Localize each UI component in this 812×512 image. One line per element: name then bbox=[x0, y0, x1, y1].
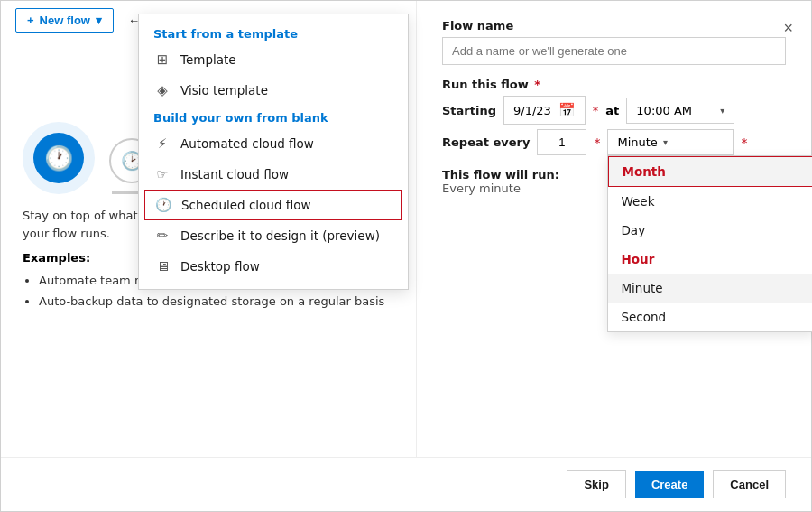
repeat-number-input[interactable] bbox=[537, 129, 586, 155]
time-value: 10:00 AM bbox=[636, 104, 715, 117]
template-icon: ⊞ bbox=[153, 51, 171, 69]
interval-option-day[interactable]: Day bbox=[608, 216, 812, 245]
main-clock-bg: 🕐 bbox=[23, 122, 95, 194]
dropdown-item-describe-label: Describe it to design it (preview) bbox=[180, 228, 380, 243]
interval-select[interactable]: Minute ▾ bbox=[607, 129, 734, 155]
modal: + New flow ▾ ← Import ▾ Start from a tem… bbox=[0, 0, 812, 512]
repeat-unit-required-star: * bbox=[741, 135, 747, 150]
date-value: 9/1/23 bbox=[513, 104, 551, 117]
start-from-template-header: Start from a template bbox=[139, 22, 408, 44]
interval-option-minute[interactable]: Minute bbox=[608, 274, 812, 303]
starting-row: Starting 9/1/23 📅 * at 10:00 AM ▾ bbox=[442, 96, 786, 125]
dropdown-item-automated[interactable]: ⚡ Automated cloud flow bbox=[139, 128, 408, 159]
date-picker[interactable]: 9/1/23 📅 bbox=[503, 96, 586, 125]
dropdown-item-scheduled-label: Scheduled cloud flow bbox=[181, 198, 311, 212]
describe-icon: ✏ bbox=[153, 227, 171, 245]
repeat-required-star: * bbox=[594, 135, 600, 150]
interval-value: Minute bbox=[617, 135, 657, 149]
dropdown-item-describe[interactable]: ✏ Describe it to design it (preview) bbox=[139, 220, 408, 251]
dropdown-item-template-label: Template bbox=[180, 52, 236, 67]
example-item-2: Auto-backup data to designated storage o… bbox=[39, 291, 394, 312]
interval-select-wrapper: Minute ▾ Month Week Day Hour Minute Seco… bbox=[607, 129, 734, 155]
skip-button[interactable]: Skip bbox=[567, 470, 625, 498]
dropdown-item-visio-template[interactable]: ◈ Visio template bbox=[139, 75, 408, 106]
chevron-down-icon: ▾ bbox=[96, 14, 102, 27]
dropdown-item-automated-label: Automated cloud flow bbox=[180, 136, 314, 151]
desktop-icon: 🖥 bbox=[153, 257, 171, 275]
interval-chevron-icon: ▾ bbox=[663, 137, 668, 147]
create-button[interactable]: Create bbox=[635, 471, 704, 498]
close-button[interactable]: × bbox=[780, 15, 797, 42]
dropdown-item-instant-label: Instant cloud flow bbox=[180, 167, 289, 182]
interval-option-second[interactable]: Second bbox=[608, 303, 812, 331]
run-this-flow-group: Run this flow * Starting 9/1/23 📅 * at 1… bbox=[442, 78, 786, 155]
calendar-icon: 📅 bbox=[558, 102, 576, 118]
dropdown-item-scheduled[interactable]: 🕐 Scheduled cloud flow bbox=[144, 190, 402, 220]
dropdown-item-desktop[interactable]: 🖥 Desktop flow bbox=[139, 251, 408, 282]
main-clock-icon: 🕐 bbox=[33, 133, 84, 183]
required-marker: * bbox=[534, 78, 540, 91]
automated-icon: ⚡ bbox=[153, 135, 171, 153]
flow-name-group: Flow name bbox=[442, 19, 786, 65]
new-flow-label: New flow bbox=[40, 14, 90, 27]
interval-dropdown: Month Week Day Hour Minute Second bbox=[607, 155, 812, 332]
dropdown-item-template[interactable]: ⊞ Template bbox=[139, 44, 408, 75]
modal-footer: Skip Create Cancel bbox=[1, 457, 811, 511]
flow-name-input[interactable] bbox=[442, 37, 786, 65]
date-required-star: * bbox=[593, 104, 599, 117]
starting-label: Starting bbox=[442, 104, 496, 117]
new-flow-button[interactable]: + New flow ▾ bbox=[15, 8, 114, 33]
cancel-button[interactable]: Cancel bbox=[713, 470, 786, 498]
build-from-blank-header: Build your own from blank bbox=[139, 106, 408, 128]
run-this-flow-label: Run this flow * bbox=[442, 78, 786, 91]
visio-icon: ◈ bbox=[153, 81, 171, 99]
dropdown-item-desktop-label: Desktop flow bbox=[180, 259, 260, 274]
interval-option-hour[interactable]: Hour bbox=[608, 245, 812, 274]
flow-name-label: Flow name bbox=[442, 19, 786, 33]
time-chevron-icon: ▾ bbox=[720, 106, 724, 116]
plus-icon: + bbox=[27, 14, 34, 27]
dropdown-item-instant[interactable]: ☞ Instant cloud flow bbox=[139, 159, 408, 190]
modal-right: × Flow name Run this flow * Starting 9/1… bbox=[416, 1, 811, 457]
scheduled-icon: 🕐 bbox=[154, 196, 172, 214]
repeat-every-label: Repeat every bbox=[442, 135, 530, 149]
new-flow-dropdown: Start from a template ⊞ Template ◈ Visio… bbox=[138, 14, 409, 290]
interval-option-week[interactable]: Week bbox=[608, 187, 812, 216]
dropdown-item-visio-label: Visio template bbox=[180, 83, 268, 98]
interval-option-month[interactable]: Month bbox=[608, 156, 812, 187]
at-label: at bbox=[605, 104, 619, 117]
time-picker[interactable]: 10:00 AM ▾ bbox=[626, 98, 734, 124]
instant-icon: ☞ bbox=[153, 165, 171, 183]
repeat-row: Repeat every * Minute ▾ Month Week Day H… bbox=[442, 129, 786, 155]
